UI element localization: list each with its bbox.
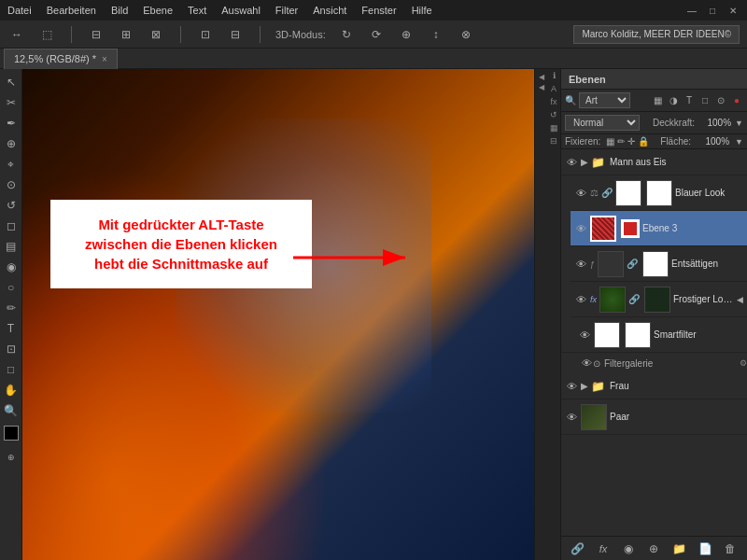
- tool-3d5[interactable]: ⊗: [457, 25, 475, 44]
- minimize-button[interactable]: —: [685, 4, 698, 17]
- layer-visibility-toggle[interactable]: 👁: [574, 258, 587, 271]
- opacity-label: Deckkraft:: [653, 118, 695, 128]
- opacity-arrow[interactable]: ▼: [735, 119, 743, 128]
- filter-adjust-icon[interactable]: ◑: [667, 94, 680, 107]
- filter-text-icon[interactable]: T: [683, 94, 696, 107]
- tool-align2[interactable]: ⊞: [117, 25, 135, 44]
- blend-mode-dropdown[interactable]: Normal: [565, 115, 640, 131]
- menu-text[interactable]: Text: [188, 5, 206, 16]
- menu-bild[interactable]: Bild: [111, 5, 128, 16]
- menu-fenster[interactable]: Fenster: [361, 5, 396, 16]
- filter-shape-icon[interactable]: □: [698, 94, 712, 107]
- filter-smart-icon[interactable]: ⊙: [714, 94, 727, 107]
- fill-arrow[interactable]: ▼: [735, 137, 743, 147]
- delete-layer-button[interactable]: 🗑: [722, 540, 739, 557]
- menu-auswahl[interactable]: Auswahl: [221, 5, 261, 16]
- layer-item[interactable]: 👁 ▶ 📁 Mann aus Eis: [561, 149, 747, 175]
- layer-visibility-toggle[interactable]: 👁: [574, 222, 587, 235]
- add-mask-button[interactable]: ◉: [620, 540, 637, 557]
- tool-3d4[interactable]: ↕: [427, 25, 445, 44]
- tool-crop[interactable]: ✂: [2, 93, 21, 112]
- tool-dodge[interactable]: ○: [2, 278, 21, 297]
- tool-brush[interactable]: ⌖: [2, 155, 21, 174]
- tool-stamp[interactable]: ⊙: [2, 175, 21, 194]
- tool-blur[interactable]: ◉: [2, 258, 21, 276]
- layer-visibility-toggle[interactable]: 👁: [574, 293, 587, 306]
- maximize-button[interactable]: □: [706, 4, 719, 17]
- info-icon[interactable]: ℹ: [553, 71, 556, 80]
- layer-item[interactable]: 👁 ƒ 🔗 Entsättigen: [571, 246, 747, 282]
- layer-visibility-toggle[interactable]: 👁: [565, 156, 578, 169]
- filter-pixel-icon[interactable]: ▦: [651, 94, 664, 107]
- lock-pixel-icon[interactable]: ✏: [617, 136, 625, 147]
- tool-arrow[interactable]: ↖: [2, 73, 21, 91]
- layer-item[interactable]: 👁 Smartfilter: [561, 317, 747, 353]
- toolbar-separator-2: [180, 26, 181, 43]
- group-expand-arrow[interactable]: ▶: [581, 157, 588, 167]
- layer-visibility-toggle[interactable]: 👁: [580, 357, 593, 370]
- tool-3d2[interactable]: ⟳: [367, 25, 386, 44]
- channel-icon[interactable]: ▦: [550, 123, 558, 133]
- layer-kind-dropdown[interactable]: Art: [579, 92, 630, 108]
- menu-filter[interactable]: Filter: [275, 5, 298, 16]
- layer-visibility-toggle[interactable]: 👁: [578, 329, 591, 342]
- tool-3d3[interactable]: ⊕: [397, 25, 416, 44]
- tool-3d1[interactable]: ↻: [337, 25, 356, 44]
- adjust-icon[interactable]: A: [551, 84, 557, 93]
- menu-ansicht[interactable]: Ansicht: [313, 5, 346, 16]
- tool-mode[interactable]: ⊕: [2, 448, 21, 467]
- layer-comp-icon[interactable]: ⊟: [550, 136, 557, 146]
- new-layer-button[interactable]: 📄: [697, 540, 713, 557]
- panel-collapse: ◀ ◀: [534, 69, 547, 560]
- new-adjustment-button[interactable]: ⊕: [645, 540, 662, 557]
- tool-shape[interactable]: □: [2, 360, 21, 379]
- layer-item[interactable]: 👁 ⊙ Filtergalerie ⚙: [561, 353, 747, 373]
- tool-eyedropper[interactable]: ✒: [2, 114, 21, 133]
- link-layers-button[interactable]: 🔗: [570, 540, 586, 557]
- layer-item[interactable]: 👁 Ebene 3: [571, 211, 747, 246]
- lock-position-icon[interactable]: ✛: [627, 136, 635, 147]
- collapse-arrow-icon[interactable]: ◀: [539, 73, 544, 81]
- tool-path[interactable]: ⊡: [2, 340, 21, 358]
- group-expand-arrow[interactable]: ▶: [581, 381, 588, 391]
- menu-ebene[interactable]: Ebene: [143, 5, 173, 16]
- menu-hilfe[interactable]: Hilfe: [412, 5, 432, 16]
- tool-select[interactable]: ⬚: [37, 25, 56, 44]
- lock-transparent-icon[interactable]: ▦: [606, 136, 614, 147]
- tool-zoom[interactable]: 🔍: [2, 401, 21, 420]
- new-group-button[interactable]: 📁: [671, 540, 688, 557]
- tool-text[interactable]: T: [2, 319, 21, 338]
- filter-options-icon[interactable]: ⚙: [740, 358, 747, 368]
- collapse-arrow-icon-2[interactable]: ◀: [539, 83, 544, 91]
- tool-gradient[interactable]: ▤: [2, 237, 21, 256]
- layer-item[interactable]: 👁 fx 🔗 Frostiger Look... ◀: [571, 282, 747, 317]
- tool-heal[interactable]: ⊕: [2, 134, 21, 153]
- history-icon[interactable]: ↺: [550, 110, 557, 119]
- layer-visibility-toggle[interactable]: 👁: [565, 411, 578, 424]
- tool-align3[interactable]: ⊠: [147, 25, 165, 44]
- canvas-tab[interactable]: 12,5% (RGB/8#) * ×: [4, 49, 118, 69]
- tool-history[interactable]: ↺: [2, 196, 21, 215]
- tool-dist[interactable]: ⊟: [226, 25, 245, 44]
- menu-datei[interactable]: Datei: [7, 5, 32, 16]
- layer-item[interactable]: 👁 Paar: [561, 399, 747, 435]
- tool-pen[interactable]: ✏: [2, 299, 21, 317]
- layer-item[interactable]: 👁 ▶ 📁 Frau: [561, 373, 747, 399]
- layer-fx-button[interactable]: fx: [595, 540, 612, 557]
- tool-eraser[interactable]: ◻: [2, 217, 21, 235]
- tab-close-button[interactable]: ×: [102, 54, 107, 64]
- tool-fg-color[interactable]: [4, 426, 19, 441]
- close-button[interactable]: ✕: [726, 4, 740, 17]
- menu-bearbeiten[interactable]: Bearbeiten: [47, 5, 96, 16]
- style-icon[interactable]: fx: [550, 97, 557, 106]
- layer-item[interactable]: 👁 ⚖ 🔗 Blauer Look: [571, 175, 747, 211]
- layer-visibility-toggle[interactable]: 👁: [565, 380, 578, 393]
- tool-transform[interactable]: ⊡: [196, 25, 215, 44]
- tool-move[interactable]: ↔: [7, 25, 26, 44]
- layer-visibility-toggle[interactable]: 👁: [574, 187, 587, 200]
- tool-hand[interactable]: ✋: [2, 381, 21, 399]
- tool-align1[interactable]: ⊟: [87, 25, 106, 44]
- filter-toggle[interactable]: ●: [730, 94, 743, 107]
- lock-all-icon[interactable]: 🔒: [638, 136, 649, 147]
- menu-bar: Datei Bearbeiten Bild Ebene Text Auswahl…: [7, 5, 432, 16]
